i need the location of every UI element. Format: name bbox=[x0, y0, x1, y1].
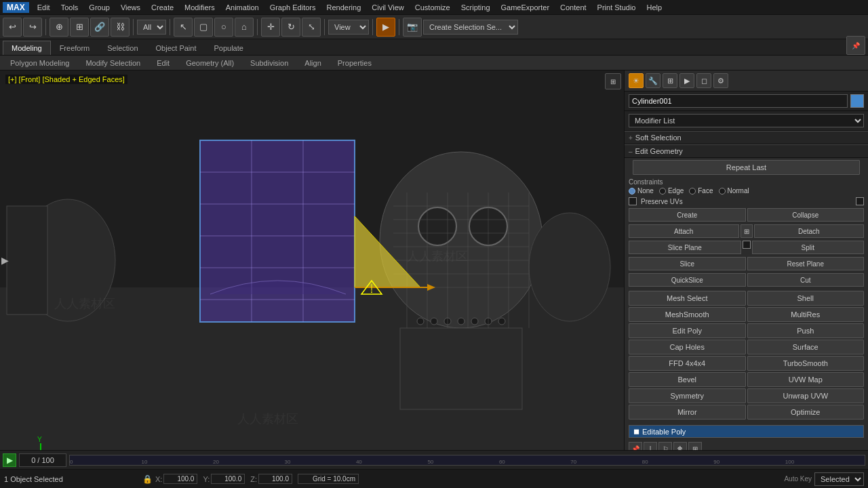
unlink-button[interactable]: ⛓ bbox=[111, 18, 130, 37]
panel-icon-modify[interactable]: 🔧 bbox=[646, 73, 660, 88]
ribbon-subtab-properties[interactable]: Properties bbox=[330, 57, 379, 69]
select-filter-dropdown[interactable]: All bbox=[137, 20, 166, 35]
menu-modifiers[interactable]: Modifiers bbox=[179, 2, 220, 13]
slice-plane-button[interactable]: Slice Plane bbox=[629, 241, 741, 254]
editable-poly-stack-item[interactable]: ◼ Editable Poly bbox=[629, 426, 863, 437]
bevel-button[interactable]: Bevel bbox=[629, 372, 746, 387]
link-button[interactable]: 🔗 bbox=[90, 18, 109, 37]
ribbon-tab-object-paint[interactable]: Object Paint bbox=[147, 41, 205, 55]
edit-poly-button[interactable]: Edit Poly bbox=[629, 323, 746, 338]
ribbon-subtab-geometry-all[interactable]: Geometry (All) bbox=[178, 57, 241, 69]
stack-show-end-button[interactable]: | bbox=[644, 442, 657, 450]
detach-button[interactable]: Detach bbox=[754, 224, 865, 238]
turbosmooth-button[interactable]: TurboSmooth bbox=[747, 356, 865, 371]
undo-button[interactable]: ↩ bbox=[3, 18, 22, 37]
timeline-track[interactable]: 0 10 20 30 40 50 60 70 80 90 100 bbox=[69, 455, 865, 466]
constraint-normal-radio[interactable] bbox=[719, 188, 726, 195]
menu-scripting[interactable]: Scripting bbox=[456, 2, 496, 13]
menu-gameexporter[interactable]: GameExporter bbox=[496, 2, 555, 13]
reset-plane-button[interactable]: Reset Plane bbox=[747, 257, 865, 270]
menu-civil-view[interactable]: Civil View bbox=[366, 2, 409, 13]
stack-make-unique-button[interactable]: ⚐ bbox=[658, 442, 672, 450]
menu-print-studio[interactable]: Print Studio bbox=[592, 2, 642, 13]
mirror-button[interactable]: Mirror bbox=[629, 405, 746, 420]
panel-icon-utilities[interactable]: ⚙ bbox=[713, 73, 728, 88]
panel-icon-hierarchy[interactable]: ⊞ bbox=[663, 73, 677, 88]
menu-views[interactable]: Views bbox=[115, 2, 146, 13]
slice-plane-checkbox[interactable] bbox=[743, 241, 751, 249]
redo-button[interactable]: ↪ bbox=[23, 18, 42, 37]
quickslice-button[interactable]: QuickSlice bbox=[629, 273, 746, 287]
select-object-button[interactable]: ⊕ bbox=[50, 18, 68, 37]
object-name-input[interactable] bbox=[629, 94, 848, 108]
menu-tools[interactable]: Tools bbox=[56, 2, 84, 13]
scale-button[interactable]: ⤡ bbox=[302, 18, 321, 37]
cap-holes-button[interactable]: Cap Holes bbox=[629, 340, 746, 354]
constraint-face-radio[interactable] bbox=[689, 188, 696, 195]
preserve-uvs-extra-checkbox[interactable] bbox=[856, 197, 864, 205]
select-region-rect-button[interactable]: ▢ bbox=[194, 18, 213, 37]
ribbon-subtab-polygon-modeling[interactable]: Polygon Modeling bbox=[3, 57, 77, 69]
rotate-button[interactable]: ↻ bbox=[281, 18, 300, 37]
ribbon-subtab-modify-selection[interactable]: Modify Selection bbox=[78, 57, 148, 69]
menu-customize[interactable]: Customize bbox=[410, 2, 456, 13]
viewport-left-arrow[interactable]: ▶ bbox=[1, 255, 9, 266]
modifier-list-dropdown[interactable]: Modifier List bbox=[629, 114, 864, 127]
optimize-button[interactable]: Optimize bbox=[747, 405, 865, 420]
push-button[interactable]: Push bbox=[747, 323, 865, 338]
ribbon-tab-selection[interactable]: Selection bbox=[98, 41, 146, 55]
stack-remove-button[interactable]: 🗑 bbox=[673, 442, 687, 450]
menu-help[interactable]: Help bbox=[641, 2, 667, 13]
slice-button[interactable]: Slice bbox=[629, 257, 746, 270]
play-button[interactable]: ▶ bbox=[3, 453, 16, 467]
panel-icon-motion[interactable]: ▶ bbox=[679, 73, 694, 88]
panel-icon-display-tab[interactable]: ◻ bbox=[696, 73, 711, 88]
attach-settings-button[interactable]: ⊞ bbox=[741, 224, 753, 238]
stack-configure-button[interactable]: ⊞ bbox=[688, 442, 702, 450]
preserve-uvs-checkbox[interactable] bbox=[629, 197, 637, 205]
ribbon-pin-button[interactable]: 📌 bbox=[846, 36, 865, 55]
uvw-map-button[interactable]: UVW Map bbox=[747, 372, 865, 387]
object-color-swatch[interactable] bbox=[850, 94, 864, 108]
camera-view-button[interactable]: 📷 bbox=[403, 18, 422, 37]
multires-button[interactable]: MultiRes bbox=[747, 307, 865, 322]
menu-animation[interactable]: Animation bbox=[220, 2, 264, 13]
menu-content[interactable]: Content bbox=[555, 2, 592, 13]
attach-button[interactable]: Attach bbox=[629, 224, 739, 238]
render-button[interactable]: ▶ bbox=[376, 18, 395, 37]
repeat-last-button[interactable]: Repeat Last bbox=[633, 160, 860, 175]
create-button[interactable]: Create bbox=[629, 208, 746, 222]
shell-button[interactable]: Shell bbox=[747, 291, 865, 306]
surface-button[interactable]: Surface bbox=[747, 340, 865, 354]
cut-button[interactable]: Cut bbox=[747, 273, 865, 287]
ribbon-subtab-subdivision[interactable]: Subdivision bbox=[243, 57, 296, 69]
meshsmooth-button[interactable]: MeshSmooth bbox=[629, 307, 746, 322]
ribbon-tab-modeling[interactable]: Modeling bbox=[3, 41, 51, 55]
select-region-circle-button[interactable]: ○ bbox=[214, 18, 233, 37]
coord-system-dropdown[interactable]: View bbox=[328, 20, 369, 35]
split-button[interactable]: Split bbox=[752, 241, 865, 254]
select-button[interactable]: ↖ bbox=[174, 18, 193, 37]
menu-graph-editors[interactable]: Graph Editors bbox=[264, 2, 321, 13]
select-region-button[interactable]: ⊞ bbox=[70, 18, 89, 37]
panel-icon-display[interactable]: ☀ bbox=[629, 73, 644, 88]
constraint-none-radio[interactable] bbox=[629, 188, 635, 195]
ribbon-tab-freeform[interactable]: Freeform bbox=[51, 41, 99, 55]
select-region-lasso-button[interactable]: ⌂ bbox=[235, 18, 254, 37]
collapse-button[interactable]: Collapse bbox=[747, 208, 865, 222]
ribbon-subtab-edit[interactable]: Edit bbox=[149, 57, 177, 69]
soft-selection-header[interactable]: + Soft Selection bbox=[625, 131, 868, 144]
viewport[interactable]: X Y 0 10 20 30 40 50 60 70 80 90 100 人人素… bbox=[0, 70, 624, 450]
edit-geometry-header[interactable]: – Edit Geometry bbox=[625, 144, 868, 158]
menu-rendering[interactable]: Rendering bbox=[321, 2, 367, 13]
menu-edit[interactable]: Edit bbox=[32, 2, 56, 13]
mesh-select-button[interactable]: Mesh Select bbox=[629, 291, 746, 306]
symmetry-button[interactable]: Symmetry bbox=[629, 388, 746, 403]
selected-dropdown[interactable]: Selected bbox=[814, 472, 864, 486]
move-button[interactable]: ✛ bbox=[261, 18, 280, 37]
menu-create[interactable]: Create bbox=[146, 2, 179, 13]
stack-pin-button[interactable]: 📌 bbox=[629, 442, 642, 450]
constraint-edge-radio[interactable] bbox=[659, 188, 666, 195]
ribbon-subtab-align[interactable]: Align bbox=[297, 57, 328, 69]
menu-group[interactable]: Group bbox=[83, 2, 115, 13]
